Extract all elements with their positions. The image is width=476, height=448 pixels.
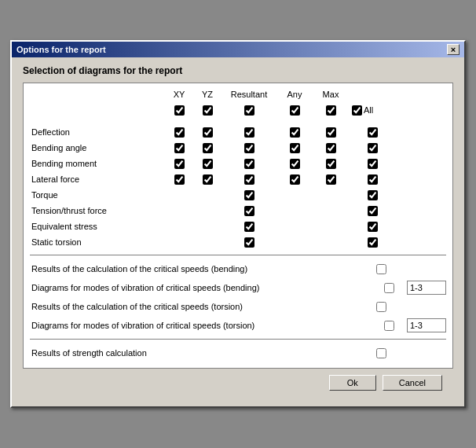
- row-resultant-cell-0: [222, 127, 276, 138]
- extra-label-0: Results of the calculation of the critic…: [31, 264, 363, 274]
- row-1-yz-checkbox[interactable]: [203, 143, 213, 153]
- all-all-checkbox[interactable]: [352, 105, 362, 116]
- row-0-resultant-checkbox[interactable]: [244, 127, 254, 138]
- extra-checkbox-1[interactable]: [384, 283, 394, 293]
- row-7-resultant-checkbox[interactable]: [244, 237, 254, 248]
- row-all-cell-4: [349, 190, 396, 200]
- row-2-xy-checkbox[interactable]: [174, 159, 185, 169]
- row-0-xy-checkbox[interactable]: [174, 127, 185, 138]
- row-4-resultant-checkbox[interactable]: [244, 190, 254, 200]
- extra-row: Diagrams for modes of vibration of criti…: [30, 279, 446, 296]
- row-2-yz-checkbox[interactable]: [203, 159, 213, 169]
- row-any-cell-2: [276, 159, 313, 169]
- row-yz-cell-3: [193, 174, 222, 185]
- extra-checkbox-3[interactable]: [384, 321, 394, 331]
- row-1-resultant-checkbox[interactable]: [244, 143, 254, 153]
- row-yz-cell-0: [193, 127, 222, 138]
- row-0-max-checkbox[interactable]: [326, 127, 336, 138]
- row-yz-cell-2: [193, 159, 222, 169]
- row-label-2: Bending moment: [31, 159, 165, 168]
- all-xy-cell: [165, 105, 193, 116]
- extra-checkbox-cell-3: [371, 321, 407, 331]
- extra-checkbox-0[interactable]: [376, 264, 386, 274]
- row-resultant-cell-5: [222, 206, 276, 216]
- row-3-any-checkbox[interactable]: [290, 174, 300, 185]
- row-all-cell-7: [349, 237, 396, 248]
- title-bar: Options for the report ×: [12, 42, 464, 57]
- extra-label-2: Results of the calculation of the critic…: [31, 302, 363, 311]
- extra-checkbox-2[interactable]: [376, 302, 386, 312]
- row-all-cell-1: [349, 143, 396, 153]
- extra-label-3: Diagrams for modes of vibration of criti…: [31, 321, 371, 330]
- divider: [30, 255, 446, 255]
- dialog-window: Options for the report × Selection of di…: [10, 40, 466, 408]
- extra-input-1[interactable]: [407, 281, 446, 295]
- row-resultant-cell-7: [222, 237, 276, 248]
- row-all-cell-2: [349, 159, 396, 169]
- table-row: Static torsion: [30, 234, 446, 250]
- row-2-all-checkbox[interactable]: [368, 159, 378, 169]
- all-resultant-checkbox[interactable]: [244, 105, 254, 116]
- row-3-xy-checkbox[interactable]: [174, 174, 185, 185]
- row-1-all-checkbox[interactable]: [368, 143, 378, 153]
- col-header-xy: XY: [165, 90, 193, 99]
- ok-button[interactable]: Ok: [329, 375, 376, 391]
- row-max-cell-1: [313, 143, 349, 153]
- col-header-yz: YZ: [193, 90, 222, 99]
- row-yz-cell-1: [193, 143, 222, 153]
- row-0-yz-checkbox[interactable]: [203, 127, 213, 138]
- cancel-button[interactable]: Cancel: [383, 375, 442, 391]
- row-label-1: Bending angle: [31, 143, 165, 152]
- row-0-any-checkbox[interactable]: [290, 127, 300, 138]
- extra-input-3[interactable]: [407, 318, 446, 332]
- extra-row: Diagrams for modes of vibration of criti…: [30, 317, 446, 334]
- row-7-all-checkbox[interactable]: [368, 237, 378, 248]
- row-4-all-checkbox[interactable]: [368, 190, 378, 200]
- row-3-yz-checkbox[interactable]: [203, 174, 213, 185]
- extra-checkbox-cell-1: [371, 283, 407, 293]
- row-6-resultant-checkbox[interactable]: [244, 222, 254, 232]
- header-row: XY YZ Resultant Any Max: [30, 90, 446, 99]
- divider2: [30, 339, 446, 340]
- row-0-all-checkbox[interactable]: [368, 127, 378, 138]
- all-max-cell: [313, 105, 349, 116]
- row-max-cell-0: [313, 127, 349, 138]
- col-header-resultant: Resultant: [222, 90, 276, 99]
- extra-row: Results of the calculation of the critic…: [30, 298, 446, 315]
- all-all-cell: All: [349, 105, 396, 116]
- row-5-resultant-checkbox[interactable]: [244, 206, 254, 216]
- all-resultant-cell: [222, 105, 276, 116]
- row-label-0: Deflection: [31, 127, 165, 137]
- row-label-4: Torque: [31, 190, 165, 200]
- extra-row: Results of the calculation of the critic…: [30, 260, 446, 277]
- all-yz-checkbox[interactable]: [203, 105, 213, 116]
- all-xy-checkbox[interactable]: [174, 105, 185, 116]
- row-all-cell-5: [349, 206, 396, 216]
- row-resultant-cell-1: [222, 143, 276, 153]
- row-2-resultant-checkbox[interactable]: [244, 159, 254, 169]
- row-3-all-checkbox[interactable]: [368, 174, 378, 185]
- row-2-max-checkbox[interactable]: [326, 159, 336, 169]
- row-3-max-checkbox[interactable]: [326, 174, 336, 185]
- row-xy-cell-2: [165, 159, 193, 169]
- row-resultant-cell-6: [222, 222, 276, 232]
- row-resultant-cell-4: [222, 190, 276, 200]
- row-3-resultant-checkbox[interactable]: [244, 174, 254, 185]
- row-1-any-checkbox[interactable]: [290, 143, 300, 153]
- extra-checkbox-cell-2: [363, 302, 399, 312]
- row-1-xy-checkbox[interactable]: [174, 143, 185, 153]
- col-header-max: Max: [313, 90, 349, 99]
- row-2-any-checkbox[interactable]: [290, 159, 300, 169]
- strength-checkbox-cell: [363, 348, 399, 358]
- all-any-checkbox[interactable]: [290, 105, 300, 116]
- extra-label-1: Diagrams for modes of vibration of criti…: [31, 283, 371, 292]
- col-header-label: [31, 90, 165, 99]
- row-5-all-checkbox[interactable]: [368, 206, 378, 216]
- all-yz-cell: [193, 105, 222, 116]
- strength-checkbox[interactable]: [376, 348, 386, 358]
- row-1-max-checkbox[interactable]: [326, 143, 336, 153]
- all-max-checkbox[interactable]: [326, 105, 336, 116]
- close-button[interactable]: ×: [447, 44, 460, 55]
- row-6-all-checkbox[interactable]: [368, 222, 378, 232]
- row-all-cell-6: [349, 222, 396, 232]
